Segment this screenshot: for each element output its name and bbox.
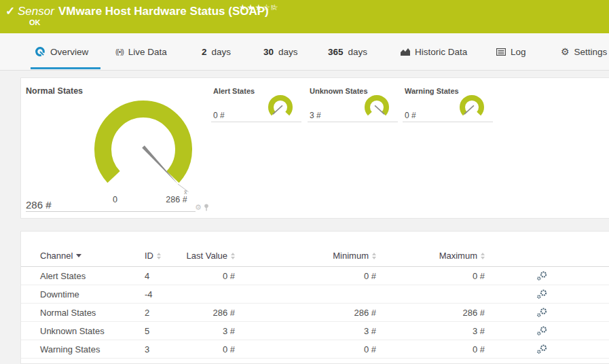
channel-name[interactable]: Alert States (40, 271, 145, 281)
sensor-name: VMware Host Hardware Status (SOAP) (58, 5, 269, 18)
tab-number: 2 (202, 47, 207, 57)
gauge-icon (35, 46, 45, 57)
channel-minimum: 286 # (235, 308, 376, 318)
sort-desc-icon (76, 254, 81, 257)
primary-gauge-title: Normal States (26, 86, 83, 96)
channel-minimum: 0 # (235, 271, 376, 281)
channel-minimum: 3 # (235, 326, 376, 336)
channel-id: 5 (145, 326, 184, 336)
tab-label: days (348, 47, 368, 57)
column-header-maximum[interactable]: Maximum (376, 251, 485, 261)
channel-settings-icon[interactable] (536, 344, 548, 354)
mini-gauge (457, 94, 487, 119)
table-row[interactable]: Unknown States 5 3 # 3 # 3 # (21, 322, 609, 340)
sort-icon (157, 253, 161, 259)
table-header-row: Channel ID Last Value Minimum Maximum (21, 245, 609, 267)
table-row[interactable]: Warning States 3 0 # 0 # 0 # (21, 340, 609, 359)
status-badge: OK (29, 18, 41, 26)
active-tab-underline (31, 67, 100, 69)
pin-icon[interactable] (204, 204, 209, 211)
channel-last-value: 286 # (184, 308, 235, 318)
tab-365-days[interactable]: 365 days (328, 33, 367, 70)
channel-maximum: 0 # (376, 271, 485, 281)
gauge-scale-min: 0 (113, 195, 117, 204)
channel-name[interactable]: Downtime (40, 289, 145, 299)
column-label: Last Value (187, 251, 227, 261)
tab-number: 365 (328, 47, 344, 57)
mini-gauge-value: 0 # (213, 111, 225, 120)
gauge-arc (103, 109, 184, 177)
tab-log[interactable]: Log (496, 33, 526, 70)
channel-settings-icon[interactable] (536, 289, 548, 299)
channel-maximum: 286 # (376, 308, 485, 318)
table-row[interactable]: Normal States 2 286 # 286 # 286 # (21, 304, 609, 322)
tab-label: Settings (574, 47, 608, 57)
mini-gauge-title: Warning States (405, 87, 459, 95)
priority-stars[interactable]: ★★★☆☆ (239, 3, 279, 12)
channel-minimum: 0 # (235, 344, 376, 354)
channel-id: 3 (145, 344, 184, 354)
log-list-icon (496, 48, 506, 56)
mini-gauge-value: 0 # (405, 111, 416, 120)
mini-gauge-unknown-states[interactable]: Unknown States 3 # (308, 85, 398, 122)
gear-icon: ⚙ (561, 47, 570, 56)
column-header-id[interactable]: ID (145, 251, 184, 261)
primary-gauge-value: 286 # (26, 199, 52, 211)
channel-id: 2 (145, 308, 184, 318)
page-title: SensorVMware Host Hardware Status (SOAP)… (18, 4, 276, 18)
channels-table-panel: Channel ID Last Value Minimum Maximum (20, 231, 609, 364)
table-row[interactable]: Downtime -4 (21, 285, 609, 304)
gauge-settings-icon[interactable]: ⚙ (195, 204, 202, 211)
tab-label: days (212, 47, 232, 57)
mini-gauge-value: 3 # (310, 111, 321, 120)
column-label: ID (145, 251, 153, 261)
prtg-sensor-page: ✓ SensorVMware Host Hardware Status (SOA… (0, 0, 609, 364)
mini-gauge-alert-states[interactable]: Alert States 0 # (211, 85, 301, 122)
channel-last-value: 0 # (184, 271, 235, 281)
channel-name[interactable]: Normal States (40, 308, 145, 318)
channel-settings-icon[interactable] (536, 271, 548, 280)
channel-id: 4 (145, 271, 184, 281)
area-chart-icon (401, 48, 410, 56)
channel-last-value: 3 # (184, 326, 235, 336)
column-header-minimum[interactable]: Minimum (235, 251, 376, 261)
tab-settings[interactable]: ⚙ Settings (561, 33, 607, 70)
sensor-kind-label: Sensor (18, 5, 54, 18)
mini-gauge (265, 94, 295, 119)
channel-maximum: 3 # (376, 326, 485, 336)
tab-overview[interactable]: Overview (35, 33, 88, 70)
gauges-panel: Normal States x̄ 0 286 # 286 # ⚙ Alert S… (20, 77, 609, 219)
tab-historic-data[interactable]: Historic Data (401, 33, 467, 70)
column-label: Channel (40, 251, 73, 261)
status-ok-check-icon: ✓ (5, 4, 15, 18)
tab-live-data[interactable]: ((•)) Live Data (115, 33, 167, 70)
sensor-header: ✓ SensorVMware Host Hardware Status (SOA… (0, 0, 609, 33)
primary-gauge: x̄ 0 286 # (89, 88, 208, 207)
mini-gauge-title: Alert States (213, 87, 255, 95)
tab-30-days[interactable]: 30 days (263, 33, 298, 70)
tab-number: 30 (263, 47, 274, 57)
mini-gauge-title: Unknown States (310, 87, 368, 95)
tab-2-days[interactable]: 2 days (202, 33, 231, 70)
mini-gauge-warning-states[interactable]: Warning States 0 # (403, 85, 493, 122)
tab-label: Historic Data (415, 47, 467, 57)
column-header-channel[interactable]: Channel (40, 251, 145, 261)
tab-label: days (278, 47, 298, 57)
broadcast-icon: ((•)) (115, 48, 124, 56)
channel-name[interactable]: Unknown States (40, 326, 145, 336)
channel-maximum: 0 # (376, 344, 485, 354)
tab-label: Live Data (128, 47, 167, 57)
table-row[interactable]: Alert States 4 0 # 0 # 0 # (21, 267, 609, 285)
channel-settings-icon[interactable] (536, 308, 548, 317)
channel-id: -4 (145, 289, 184, 299)
gauge-divider (26, 211, 196, 212)
sort-icon (481, 253, 485, 259)
channel-name[interactable]: Warning States (40, 344, 145, 354)
channel-settings-icon[interactable] (536, 326, 548, 335)
tab-label: Overview (50, 47, 88, 57)
gauge-scale-max: 286 # (166, 195, 187, 204)
tab-bar: Overview ((•)) Live Data 2 days 30 days … (0, 33, 609, 71)
channel-last-value: 0 # (184, 344, 235, 354)
column-header-last-value[interactable]: Last Value (184, 251, 235, 261)
column-label: Maximum (439, 251, 477, 261)
